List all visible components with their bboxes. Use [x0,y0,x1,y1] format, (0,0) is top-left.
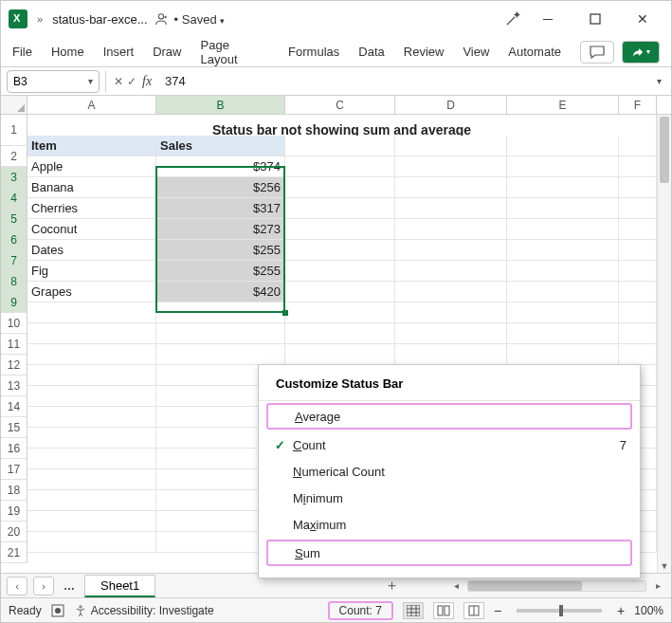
row-header-21[interactable]: 21 [1,542,27,563]
vertical-scrollbar[interactable]: ▲ ▼ [657,115,671,573]
col-header-C[interactable]: C [285,96,395,114]
fx-icon[interactable]: fx [138,74,159,89]
row-header-6[interactable]: 6 [1,229,27,250]
save-status[interactable]: • Saved ▾ [174,12,226,27]
comments-button[interactable] [580,41,614,64]
col-header-A[interactable]: A [27,96,156,114]
row-header-2[interactable]: 2 [1,146,27,167]
row-header-10[interactable]: 10 [1,313,27,334]
row-header-15[interactable]: 15 [1,417,27,438]
quick-more-icon[interactable]: » [33,13,46,25]
tab-home[interactable]: Home [51,45,84,59]
row-header-4[interactable]: 4 [1,188,27,209]
cell-A3[interactable]: Apple [27,156,156,177]
statusbar-count[interactable]: Count: 7 [328,601,393,620]
cell-A2[interactable]: Item [27,136,156,156]
enter-formula-icon[interactable]: ✓ [125,75,138,88]
col-header-F[interactable]: F [619,96,657,114]
row-header-7[interactable]: 7 [1,250,27,271]
cell-A6[interactable]: Coconut [27,219,156,240]
cell-D2[interactable] [395,136,507,156]
person-icon[interactable] [154,11,169,27]
scroll-down-icon[interactable]: ▼ [658,559,671,573]
tab-file[interactable]: File [12,45,32,59]
sheet-tab-active[interactable]: Sheet1 [84,575,155,597]
horizontal-scrollbar[interactable]: ◂ ▸ [448,580,665,592]
zoom-level[interactable]: 100% [634,604,663,617]
scroll-left-icon[interactable]: ◂ [448,580,463,591]
cell-B7[interactable]: $255 [156,240,285,261]
formula-input[interactable] [159,70,647,93]
view-page-break-icon[interactable] [463,602,484,619]
tab-automate[interactable]: Automate [508,45,561,59]
share-button[interactable]: ▾ [622,41,660,64]
cell-C2[interactable] [285,136,395,156]
name-box[interactable]: B3 ▾ [7,70,100,93]
tab-view[interactable]: View [463,45,489,59]
cell-B2[interactable]: Sales [156,136,285,156]
sheet-nav-next[interactable]: › [33,577,54,596]
cell-B9[interactable]: $420 [156,282,285,302]
tab-formulas[interactable]: Formulas [288,45,339,59]
row-header-19[interactable]: 19 [1,501,27,522]
menu-item-maximum[interactable]: Maximum [259,511,640,538]
col-header-E[interactable]: E [507,96,619,114]
maximize-button[interactable] [574,5,616,33]
row-header-1[interactable]: 1 [1,115,27,146]
hscroll-thumb[interactable] [468,581,582,591]
row-header-8[interactable]: 8 [1,271,27,292]
menu-item-numerical-count[interactable]: Numerical Count [259,458,640,485]
row-header-12[interactable]: 12 [1,355,27,376]
cell-B8[interactable]: $255 [156,261,285,282]
row-header-16[interactable]: 16 [1,438,27,459]
expand-formula-bar-icon[interactable]: ▾ [647,76,671,86]
row-header-9[interactable]: 9 [1,292,27,313]
view-normal-icon[interactable] [403,602,424,619]
cell-A8[interactable]: Fig [27,261,156,282]
sheet-nav-prev[interactable]: ‹ [7,577,27,596]
design-ideas-icon[interactable] [504,10,521,27]
sheet-list-icon[interactable]: … [60,579,79,593]
cell-B4[interactable]: $256 [156,177,285,198]
menu-item-minimum[interactable]: Minimum [259,485,640,511]
minimize-button[interactable]: ─ [527,5,569,33]
row-header-18[interactable]: 18 [1,480,27,501]
zoom-out-button[interactable]: − [494,603,501,618]
scroll-right-icon[interactable]: ▸ [650,580,665,591]
row-header-17[interactable]: 17 [1,459,27,480]
cell-B3[interactable]: $374 [156,156,285,177]
zoom-slider[interactable] [517,609,602,613]
menu-item-sum[interactable]: Sum [266,540,632,566]
file-name[interactable]: status-bar-exce... [52,12,147,27]
cell-A9[interactable]: Grapes [27,282,156,302]
row-header-11[interactable]: 11 [1,334,27,355]
close-button[interactable]: ✕ [622,5,663,33]
cell-A4[interactable]: Banana [27,177,156,198]
scroll-thumb[interactable] [660,117,669,183]
tab-review[interactable]: Review [404,45,445,59]
cell-E2[interactable] [507,136,619,156]
menu-item-count[interactable]: ✓ Count 7 [259,431,640,458]
cancel-formula-icon[interactable]: ✕ [112,75,125,88]
select-all-corner[interactable] [1,96,27,114]
col-header-B[interactable]: B [156,96,285,114]
cell-B6[interactable]: $273 [156,219,285,240]
row-header-5[interactable]: 5 [1,209,27,229]
view-page-layout-icon[interactable] [433,602,454,619]
cell-B5[interactable]: $317 [156,198,285,219]
zoom-in-button[interactable]: + [617,603,625,618]
tab-insert[interactable]: Insert [103,45,135,59]
menu-item-average[interactable]: Average [266,403,632,430]
cell-A5[interactable]: Cherries [27,198,156,219]
row-header-20[interactable]: 20 [1,522,27,542]
tab-page-layout[interactable]: Page Layout [201,38,270,66]
row-header-13[interactable]: 13 [1,376,27,396]
cell-F2[interactable] [619,136,657,156]
new-sheet-button[interactable]: ＋ [379,577,405,595]
row-header-3[interactable]: 3 [1,167,27,188]
accessibility-status[interactable]: Accessibility: Investigate [74,604,214,617]
macro-record-icon[interactable] [51,604,64,617]
tab-draw[interactable]: Draw [153,45,181,59]
chevron-down-icon[interactable]: ▾ [88,76,93,86]
tab-data[interactable]: Data [358,45,384,59]
